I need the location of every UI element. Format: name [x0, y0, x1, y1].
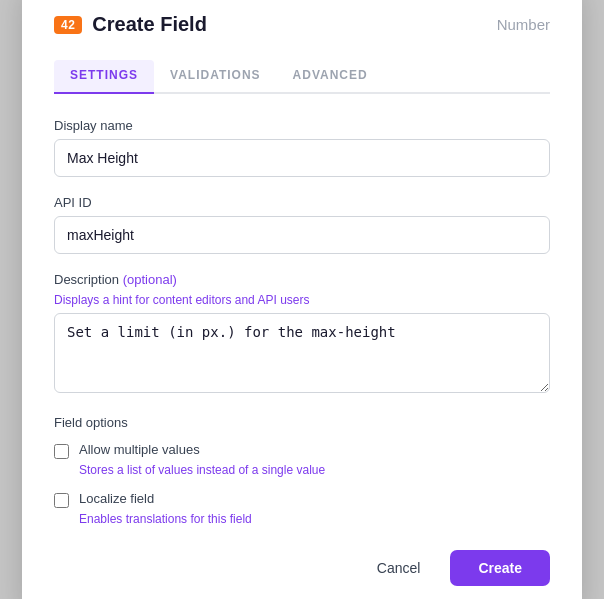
tab-bar: SETTINGS VALIDATIONS ADVANCED	[54, 60, 550, 94]
field-type-label: Number	[497, 16, 550, 33]
tab-advanced[interactable]: ADVANCED	[277, 60, 384, 94]
optional-label: (optional)	[123, 272, 177, 287]
modal-title-group: 42 Create Field	[54, 13, 207, 36]
allow-multiple-checkbox[interactable]	[54, 444, 69, 459]
localize-item: Localize field	[54, 491, 550, 508]
description-label-text: Description	[54, 272, 119, 287]
cancel-button[interactable]: Cancel	[361, 552, 437, 584]
localize-label[interactable]: Localize field	[79, 491, 154, 506]
api-id-input[interactable]	[54, 216, 550, 254]
field-number-badge: 42	[54, 16, 82, 34]
modal-title: Create Field	[92, 13, 206, 36]
api-id-label: API ID	[54, 195, 550, 210]
modal-footer: Cancel Create	[54, 550, 550, 586]
display-name-input[interactable]	[54, 139, 550, 177]
description-input[interactable]: Set a limit (in px.) for the max-height	[54, 313, 550, 393]
allow-multiple-item: Allow multiple values	[54, 442, 550, 459]
description-hint: Displays a hint for content editors and …	[54, 293, 550, 307]
localize-checkbox[interactable]	[54, 493, 69, 508]
display-name-label: Display name	[54, 118, 550, 133]
field-options-group: Field options Allow multiple values Stor…	[54, 415, 550, 526]
api-id-group: API ID	[54, 195, 550, 254]
localize-desc: Enables translations for this field	[79, 512, 550, 526]
modal-dialog: 42 Create Field Number SETTINGS VALIDATI…	[22, 0, 582, 599]
allow-multiple-group: Allow multiple values Stores a list of v…	[54, 442, 550, 477]
description-label: Description (optional)	[54, 272, 550, 287]
allow-multiple-desc: Stores a list of values instead of a sin…	[79, 463, 550, 477]
description-group: Description (optional) Displays a hint f…	[54, 272, 550, 397]
tab-validations[interactable]: VALIDATIONS	[154, 60, 277, 94]
allow-multiple-label[interactable]: Allow multiple values	[79, 442, 200, 457]
display-name-group: Display name	[54, 118, 550, 177]
modal-header: 42 Create Field Number	[54, 13, 550, 36]
modal-overlay: 42 Create Field Number SETTINGS VALIDATI…	[0, 0, 604, 599]
field-options-label: Field options	[54, 415, 550, 430]
tab-settings[interactable]: SETTINGS	[54, 60, 154, 94]
localize-group: Localize field Enables translations for …	[54, 491, 550, 526]
create-button[interactable]: Create	[450, 550, 550, 586]
